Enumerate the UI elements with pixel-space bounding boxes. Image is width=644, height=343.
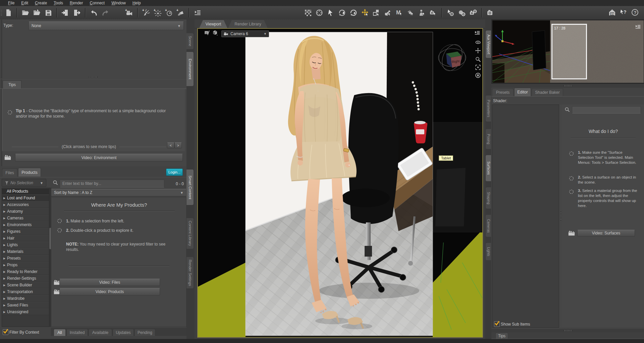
menu-help[interactable]: Help <box>129 0 144 6</box>
tab-parameters[interactable]: Parameters <box>485 95 491 122</box>
status-tab-installed[interactable]: Installed <box>66 329 88 336</box>
category-row[interactable]: ▶Wardrobe <box>2 295 49 302</box>
category-row[interactable]: All Products <box>2 188 49 195</box>
figure-setup-tool-icon[interactable] <box>418 8 426 17</box>
tool-settings-icon[interactable] <box>446 8 455 17</box>
status-tab-available[interactable]: Available <box>89 329 112 336</box>
video-products-button[interactable]: Video: Products <box>59 288 160 295</box>
category-row[interactable]: ▶Cameras <box>2 215 49 221</box>
menu-connect[interactable]: Connect <box>86 0 108 6</box>
prev-tip-button[interactable]: < <box>167 142 174 148</box>
category-row[interactable]: ▶Hair <box>2 235 49 242</box>
menu-render[interactable]: Render <box>66 0 86 6</box>
status-tab-all[interactable]: All <box>54 329 66 336</box>
category-row[interactable]: ▶Presets <box>2 255 49 262</box>
surface-selection-tool-icon[interactable] <box>406 8 415 17</box>
orbit-icon[interactable] <box>475 40 481 47</box>
translate-tool-icon[interactable] <box>361 8 369 17</box>
files-tab[interactable]: Files <box>2 168 17 177</box>
export-icon[interactable] <box>72 8 81 17</box>
viewport-pane-menu-icon[interactable] <box>474 30 480 37</box>
tab-shaping[interactable]: Shaping <box>485 187 491 209</box>
presets-tab[interactable]: Presets <box>492 88 514 96</box>
rotate-tool-icon[interactable] <box>349 8 358 17</box>
pan-icon[interactable] <box>475 48 481 55</box>
render-icon[interactable] <box>486 8 495 17</box>
property-search-input[interactable] <box>572 106 641 114</box>
tab-surfaces[interactable]: Surfaces <box>485 155 491 182</box>
category-row[interactable]: ▶Props <box>2 262 49 268</box>
create-node-icon[interactable] <box>193 8 202 17</box>
tab-environment[interactable]: Environment <box>186 52 194 86</box>
pane-splitter[interactable] <box>491 84 644 88</box>
environment-type-dropdown[interactable]: None ▼ <box>29 21 184 30</box>
menu-create[interactable]: Create <box>32 0 50 6</box>
camera-selector-dropdown[interactable]: Camera 6 ▼ <box>221 30 269 37</box>
pane-splitter[interactable] <box>491 329 644 332</box>
help-icon[interactable]: ? <box>631 8 639 17</box>
material-group-list[interactable] <box>492 105 559 328</box>
aim-icon[interactable] <box>475 72 481 79</box>
frame-icon[interactable] <box>475 64 481 71</box>
keyword-filter-input[interactable] <box>60 180 164 188</box>
category-row[interactable]: ▶Lost and Found <box>2 195 49 201</box>
redo-icon[interactable] <box>101 8 110 17</box>
geometry-editor-tool-icon[interactable]: M <box>395 8 404 17</box>
zoom-icon[interactable] <box>475 56 481 63</box>
pane-splitter-grip[interactable] <box>89 76 98 78</box>
render-editor-icon[interactable] <box>469 8 478 17</box>
create-point-light-icon[interactable]: + <box>153 8 162 17</box>
viewport-canvas[interactable]: Camera 6 ▼ Right Tablet <box>197 28 483 338</box>
open-recent-icon[interactable] <box>33 8 41 17</box>
tips-tab[interactable]: Tips <box>3 80 21 88</box>
status-tab-pending[interactable]: Pending <box>135 329 155 336</box>
toolbar-drag-handle[interactable] <box>1 8 2 17</box>
sort-dropdown[interactable]: Sort by Name : A to Z ▼ <box>51 189 186 196</box>
category-row[interactable]: ▶Ready to Render <box>2 268 49 275</box>
tab-content-library[interactable]: Content Library <box>186 218 194 249</box>
tab-scene[interactable]: Scene <box>186 33 194 50</box>
column-splitter[interactable] <box>559 105 562 328</box>
menu-window[interactable]: Window <box>108 0 129 6</box>
tab-aux-viewport[interactable]: Aux Viewport <box>485 30 491 58</box>
ds-home-icon[interactable]: DS <box>608 8 616 17</box>
category-row[interactable]: ▶Figures <box>2 228 49 235</box>
create-spotlight-icon[interactable]: + <box>142 8 151 17</box>
new-file-icon[interactable] <box>4 8 13 17</box>
drawstyle-cube-icon[interactable] <box>212 30 218 37</box>
tab-cameras[interactable]: Cameras <box>485 214 491 237</box>
aux-pane-menu-icon[interactable] <box>635 24 641 31</box>
login-button[interactable]: Login... <box>166 168 183 176</box>
category-row[interactable]: ▶Scene Builder <box>2 282 49 288</box>
view-cube[interactable]: Right <box>437 42 468 73</box>
menu-tools[interactable]: Tools <box>50 0 66 6</box>
next-tip-button[interactable]: > <box>174 142 182 148</box>
viewport-tab[interactable]: Viewport <box>199 20 227 28</box>
create-flashlight-icon[interactable]: + <box>176 8 185 17</box>
select-tool-icon[interactable] <box>326 8 335 17</box>
editor-tab[interactable]: Editor <box>514 88 531 96</box>
category-row[interactable]: ▶Lights <box>2 242 49 248</box>
pixel-grid-tool-icon[interactable] <box>304 8 312 17</box>
create-distant-light-icon[interactable]: + <box>165 8 173 17</box>
undo-icon[interactable] <box>90 8 98 17</box>
filter-by-context-checkbox[interactable] <box>3 329 8 335</box>
render-settings-icon[interactable] <box>458 8 466 17</box>
menu-edit[interactable]: Edit <box>18 0 32 6</box>
shader-baker-tab[interactable]: Shader Baker <box>532 88 563 96</box>
video-environment-button[interactable]: Video: Environment <box>15 154 183 161</box>
rotate-select-tool-icon[interactable] <box>338 8 346 17</box>
category-row[interactable]: ▶Materials <box>2 248 49 255</box>
status-tab-updates[interactable]: Updates <box>113 329 134 336</box>
viewport-pan-tool-icon[interactable] <box>315 8 324 17</box>
tab-render-settings[interactable]: Render Settings <box>186 257 194 289</box>
category-row[interactable]: ▶Transportation <box>2 288 49 295</box>
show-sub-items-checkbox[interactable] <box>494 321 500 327</box>
category-filter-dropdown[interactable]: No Selection ▼ <box>2 179 46 187</box>
import-icon[interactable] <box>61 8 70 17</box>
aux-viewport[interactable]: 17 : 28 <box>491 19 644 84</box>
aspect-frame-icon[interactable] <box>204 30 210 37</box>
category-row[interactable]: ▶Saved Files <box>2 302 49 308</box>
menu-file[interactable]: File <box>5 0 18 6</box>
products-tab[interactable]: Products <box>18 168 41 177</box>
